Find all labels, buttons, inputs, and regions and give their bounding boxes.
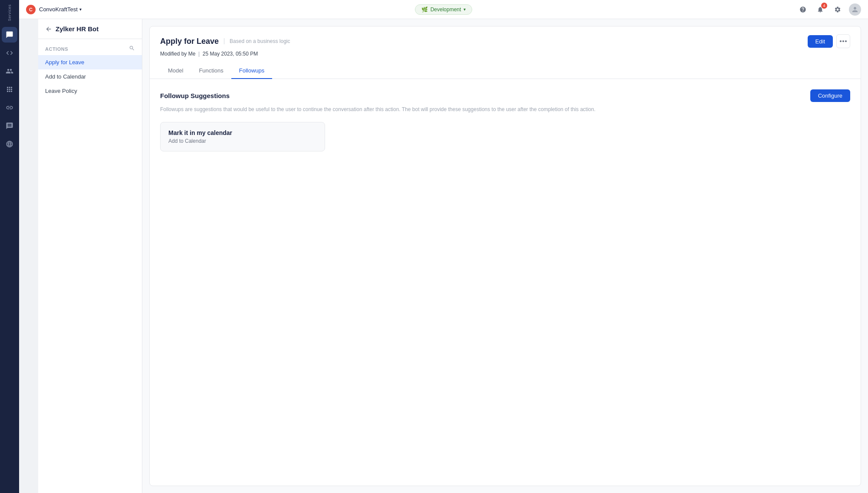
back-button[interactable] [45,26,52,33]
svg-point-1 [842,40,844,42]
tab-followups[interactable]: Followups [231,63,273,79]
content-meta: Modified by Me | 25 May 2023, 05:50 PM [160,51,850,57]
content-title-left: Apply for Leave Based on a business logi… [160,37,290,46]
settings-button[interactable] [832,3,844,16]
svg-point-2 [845,40,847,42]
followup-header-row: Followup Suggestions Configure [160,89,850,102]
sidebar-header: Zylker HR Bot [38,19,142,39]
env-selector[interactable]: 🌿 Development ▾ [415,4,473,15]
content-area: Apply for Leave Based on a business logi… [142,19,868,493]
more-options-button[interactable] [836,34,850,48]
notification-badge: 4 [821,3,827,9]
icon-rail: Services [0,0,19,493]
org-selector[interactable]: ConvoKraftTest ▾ [39,6,82,13]
rail-icon-globe[interactable] [2,136,17,152]
user-avatar[interactable] [849,3,861,16]
content-body: Followup Suggestions Configure Followups… [150,79,861,162]
suggestion-card-title: Mark it in my calendar [168,129,317,136]
content-meta-date: 25 May 2023, 05:50 PM [203,51,258,57]
help-button[interactable] [797,3,809,16]
tab-model[interactable]: Model [160,63,191,79]
followup-section-title: Followup Suggestions [160,92,230,99]
content-inner: Apply for Leave Based on a business logi… [149,26,861,486]
content-header: Apply for Leave Based on a business logi… [150,26,861,79]
tab-functions[interactable]: Functions [191,63,231,79]
notifications-button[interactable]: 4 [814,3,826,16]
suggestion-card-subtitle: Add to Calendar [168,138,317,144]
content-subtitle: Based on a business logic [224,38,290,44]
topbar: C ConvoKraftTest ▾ 🌿 Development ▾ 4 [19,0,868,19]
env-dropdown-icon: ▾ [464,7,466,12]
content-meta-author: Me [188,51,196,57]
rail-icon-users[interactable] [2,63,17,79]
rail-icon-code[interactable] [2,45,17,61]
main-layout: Zylker HR Bot Actions Apply for Leave Ad… [38,19,868,493]
sidebar-item-add-to-calendar[interactable]: Add to Calendar [38,69,142,84]
sidebar-section-label: Actions [38,39,142,55]
env-icon: 🌿 [421,7,428,13]
tabs: Model Functions Followups [160,63,850,79]
org-logo: C [26,5,36,14]
sidebar-title: Zylker HR Bot [56,25,99,33]
edit-button[interactable]: Edit [808,35,833,48]
followup-description: Followups are suggestions that would be … [160,105,850,113]
sidebar-item-apply-for-leave[interactable]: Apply for Leave [38,55,142,69]
services-label: Services [7,0,13,26]
topbar-left: C ConvoKraftTest ▾ [26,5,415,14]
suggestion-card: Mark it in my calendar Add to Calendar [160,122,325,151]
content-title-actions: Edit [808,34,850,48]
topbar-right: 4 [472,3,861,16]
content-title: Apply for Leave [160,37,219,46]
rail-icon-speech[interactable] [2,118,17,134]
org-dropdown-icon: ▾ [79,7,82,12]
configure-button[interactable]: Configure [810,89,850,102]
topbar-center: 🌿 Development ▾ [415,4,473,15]
rail-icon-grid[interactable] [2,82,17,97]
content-title-row: Apply for Leave Based on a business logi… [160,34,850,48]
sidebar-search-button[interactable] [129,45,135,53]
rail-icon-link[interactable] [2,100,17,115]
sidebar-item-leave-policy[interactable]: Leave Policy [38,84,142,98]
rail-icon-chat[interactable] [2,27,17,43]
secondary-sidebar: Zylker HR Bot Actions Apply for Leave Ad… [38,19,142,493]
svg-point-0 [840,40,842,42]
